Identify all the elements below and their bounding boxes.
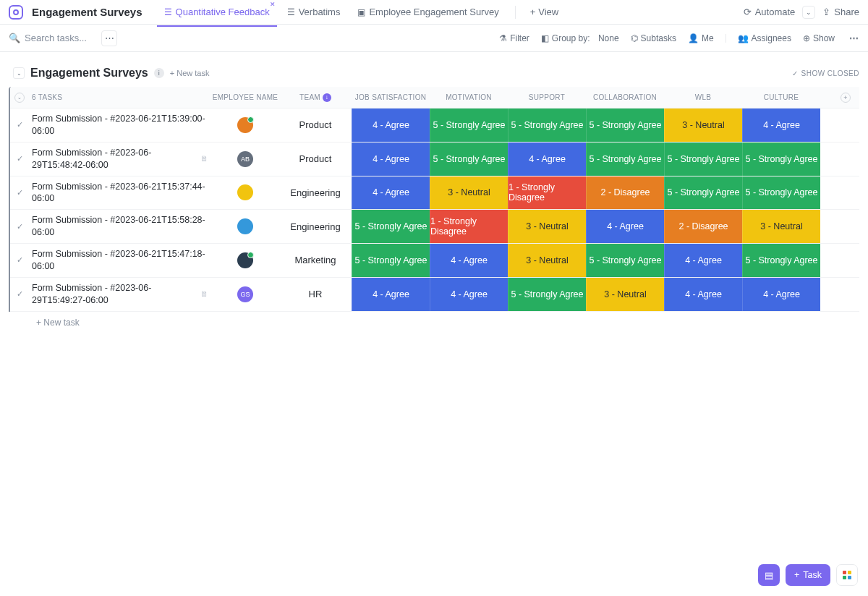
automate-dropdown[interactable]: ⌄ [802, 6, 815, 19]
metric-cell[interactable]: 4 - Agree [742, 108, 820, 142]
col-tasks[interactable]: 6 TASKS [29, 93, 211, 101]
show-button[interactable]: ⊕Show [803, 33, 835, 43]
close-icon[interactable]: ✕ [270, 1, 276, 8]
subtasks-button[interactable]: ⌬Subtasks [631, 33, 676, 43]
filter-button[interactable]: ⚗Filter [499, 33, 529, 43]
metric-cell[interactable]: 5 - Strongly Agree [508, 108, 586, 142]
collapse-toggle[interactable]: ⌄ [13, 67, 25, 79]
col-support[interactable]: SUPPORT [508, 93, 586, 101]
doc-icon[interactable]: 🗎 [200, 289, 208, 299]
avatar[interactable] [237, 252, 253, 268]
employee-cell[interactable]: AB [211, 142, 279, 176]
metric-cell[interactable]: 4 - Agree [508, 142, 586, 176]
metric-cell[interactable]: 5 - Strongly Agree [664, 176, 742, 210]
metric-cell[interactable]: 4 - Agree [352, 108, 430, 142]
employee-cell[interactable] [211, 108, 279, 142]
add-task-row[interactable]: + New task [9, 312, 859, 333]
task-name-cell[interactable]: Form Submission - #2023-06-21T15:39:00-0… [29, 108, 211, 142]
metric-cell[interactable]: 4 - Agree [430, 278, 508, 311]
tab-verbatims[interactable]: ☰ Verbatims [280, 2, 348, 22]
status-check-icon[interactable]: ✓ [10, 278, 29, 311]
metric-cell[interactable]: 4 - Agree [352, 278, 430, 311]
metric-cell[interactable]: 5 - Strongly Agree [586, 108, 664, 142]
status-check-icon[interactable]: ✓ [10, 142, 29, 176]
metric-cell[interactable]: 1 - Strongly Disagree [430, 210, 508, 243]
space-icon[interactable] [9, 5, 23, 20]
tab-quantitative-feedback[interactable]: ☰ Quantitative Feedback ✕ [157, 2, 277, 22]
col-motivation[interactable]: MOTIVATION [430, 93, 508, 101]
tab-employee-engagement-survey[interactable]: ▣ Employee Engagement Survey [350, 2, 506, 22]
metric-cell[interactable]: 5 - Strongly Agree [742, 142, 820, 176]
table-row[interactable]: ✓Form Submission - #2023-06-21T15:39:00-… [10, 108, 859, 142]
col-culture[interactable]: CULTURE [742, 93, 820, 101]
share-button[interactable]: ⇪ Share [822, 7, 859, 17]
metric-cell[interactable]: 3 - Neutral [586, 278, 664, 311]
more-options-button[interactable]: ⋯ [849, 33, 859, 43]
status-check-icon[interactable]: ✓ [10, 210, 29, 243]
metric-cell[interactable]: 5 - Strongly Agree [430, 142, 508, 176]
team-cell[interactable]: HR [279, 278, 352, 311]
metric-cell[interactable]: 5 - Strongly Agree [352, 244, 430, 277]
metric-cell[interactable]: 5 - Strongly Agree [586, 142, 664, 176]
metric-cell[interactable]: 4 - Agree [352, 142, 430, 176]
metric-cell[interactable]: 5 - Strongly Agree [664, 142, 742, 176]
group-by-button[interactable]: ◧ Group by: None [541, 33, 619, 43]
search-options-button[interactable]: ⋯ [101, 30, 117, 46]
assignees-button[interactable]: 👥Assignees [738, 33, 791, 43]
avatar[interactable] [237, 218, 253, 234]
metric-cell[interactable]: 3 - Neutral [430, 176, 508, 210]
metric-cell[interactable]: 4 - Agree [742, 278, 820, 311]
add-column-button[interactable]: + [841, 93, 851, 103]
metric-cell[interactable]: 5 - Strongly Agree [508, 278, 586, 311]
expand-all-toggle[interactable]: ⌄ [14, 93, 25, 103]
metric-cell[interactable]: 4 - Agree [352, 176, 430, 210]
task-name-cell[interactable]: Form Submission - #2023-06-21T15:37:44-0… [29, 176, 211, 210]
metric-cell[interactable]: 5 - Strongly Agree [352, 210, 430, 243]
metric-cell[interactable]: 4 - Agree [664, 278, 742, 311]
team-cell[interactable]: Engineering [279, 210, 352, 243]
team-cell[interactable]: Product [279, 108, 352, 142]
employee-cell[interactable] [211, 244, 279, 277]
me-button[interactable]: 👤Me [688, 33, 714, 43]
col-wlb[interactable]: WLB [664, 93, 742, 101]
team-cell[interactable]: Product [279, 142, 352, 176]
metric-cell[interactable]: 3 - Neutral [508, 210, 586, 243]
metric-cell[interactable]: 4 - Agree [664, 244, 742, 277]
employee-cell[interactable]: GS [211, 278, 279, 311]
metric-cell[interactable]: 5 - Strongly Agree [430, 108, 508, 142]
status-check-icon[interactable]: ✓ [10, 244, 29, 277]
metric-cell[interactable]: 5 - Strongly Agree [742, 244, 820, 277]
task-name-cell[interactable]: Form Submission - #2023-06-21T15:47:18-0… [29, 244, 211, 277]
metric-cell[interactable]: 2 - Disagree [664, 210, 742, 243]
search-input[interactable] [25, 33, 97, 43]
table-row[interactable]: ✓Form Submission - #2023-06-29T15:48:42-… [10, 142, 859, 176]
col-employee-name[interactable]: EMPLOYEE NAME [211, 93, 279, 101]
metric-cell[interactable]: 2 - Disagree [586, 176, 664, 210]
metric-cell[interactable]: 5 - Strongly Agree [742, 176, 820, 210]
task-name-cell[interactable]: Form Submission - #2023-06-29T15:49:27-0… [29, 278, 211, 311]
automate-button[interactable]: ⟳ Automate [744, 7, 796, 17]
status-check-icon[interactable]: ✓ [10, 176, 29, 210]
doc-icon[interactable]: 🗎 [200, 153, 208, 164]
metric-cell[interactable]: 3 - Neutral [742, 210, 820, 243]
col-team[interactable]: TEAM ↓ [279, 93, 352, 102]
metric-cell[interactable]: 3 - Neutral [508, 244, 586, 277]
info-icon[interactable]: i [154, 68, 164, 78]
metric-cell[interactable]: 3 - Neutral [664, 108, 742, 142]
col-job-satisfaction[interactable]: JOB SATISFACTION [352, 93, 430, 101]
metric-cell[interactable]: 4 - Agree [430, 244, 508, 277]
avatar[interactable]: GS [237, 286, 253, 302]
metric-cell[interactable]: 4 - Agree [586, 210, 664, 243]
avatar[interactable]: AB [237, 151, 253, 167]
col-collaboration[interactable]: COLLABORATION [586, 93, 664, 101]
table-row[interactable]: ✓Form Submission - #2023-06-21T15:47:18-… [10, 244, 859, 278]
avatar[interactable] [237, 117, 253, 133]
new-task-button[interactable]: + New task [170, 69, 210, 77]
add-view-button[interactable]: + View [524, 4, 565, 20]
table-row[interactable]: ✓Form Submission - #2023-06-29T15:49:27-… [10, 278, 859, 312]
team-cell[interactable]: Engineering [279, 176, 352, 210]
status-check-icon[interactable]: ✓ [10, 108, 29, 142]
task-name-cell[interactable]: Form Submission - #2023-06-29T15:48:42-0… [29, 142, 211, 176]
employee-cell[interactable] [211, 176, 279, 210]
show-closed-button[interactable]: ✓ SHOW CLOSED [792, 69, 859, 77]
